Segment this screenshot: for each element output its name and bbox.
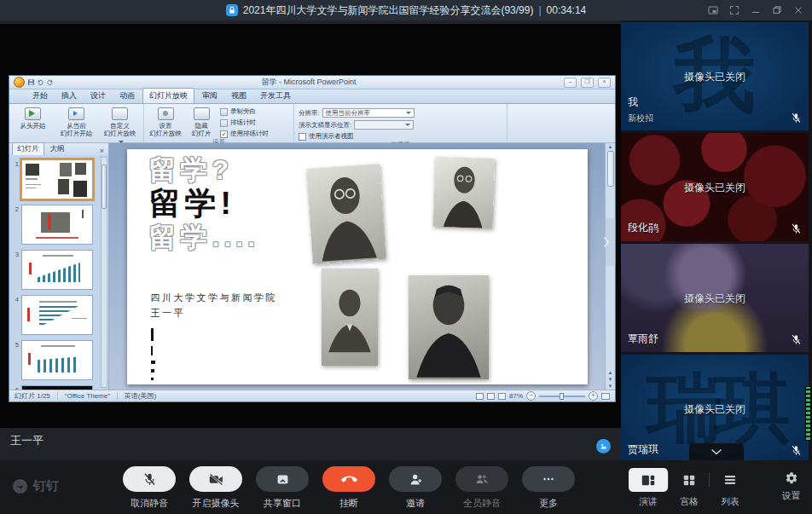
thumbnails-scrollbar[interactable] <box>101 157 107 388</box>
slides-panel: 幻灯片 大纲 × 1 <box>9 143 109 390</box>
tab-animation[interactable]: 动画 <box>113 89 141 103</box>
presenter-name-label: 王一平 <box>10 433 44 448</box>
ppt-ribbon-tabs: 开始 插入 设计 动画 幻灯片放映 审阅 视图 开发工具 <box>9 90 615 103</box>
custom-show-icon <box>112 107 128 120</box>
panel-close-button[interactable]: × <box>100 147 106 155</box>
ppt-restore-button[interactable]: ❐ <box>581 78 594 88</box>
redo-icon <box>46 78 54 86</box>
office-orb-button[interactable] <box>14 77 25 88</box>
portrait-photo-2 <box>432 157 495 228</box>
checkbox-checked-icon <box>220 130 228 138</box>
slide-title-line1: 留学? <box>149 154 260 186</box>
resolution-dropdown[interactable]: 使用当前分辨率 <box>322 108 415 118</box>
rehearse-timings-button[interactable]: 排练计时 <box>220 118 269 127</box>
custom-slideshow-button[interactable]: 自定义 幻灯片放映 <box>101 107 139 145</box>
maximize-restore-button[interactable] <box>772 5 782 15</box>
mic-muted-icon <box>791 113 802 124</box>
tab-review[interactable]: 审阅 <box>196 89 223 103</box>
stage-corner-badge[interactable] <box>596 439 611 453</box>
zoom-in-button[interactable]: + <box>589 391 598 401</box>
view-speaker[interactable]: 演讲 <box>628 468 669 508</box>
view-grid[interactable]: 宫格 <box>669 468 710 508</box>
ppt-minimize-button[interactable]: – <box>564 78 577 88</box>
camera-on-button[interactable]: 开启摄像头 <box>183 466 249 510</box>
title-separator: | <box>538 4 541 16</box>
tab-developer[interactable]: 开发工具 <box>254 89 297 103</box>
presenter-view-checkbox[interactable]: 使用演示者视图 <box>299 132 415 141</box>
tab-design[interactable]: 设计 <box>84 89 112 103</box>
quick-access-toolbar[interactable] <box>27 78 54 86</box>
zoom-out-button[interactable]: − <box>526 391 536 401</box>
next-slide-icon: ▼ <box>608 376 613 383</box>
tab-slideshow[interactable]: 幻灯片放映 <box>142 88 194 103</box>
panel-tab-slides[interactable]: 幻灯片 <box>12 142 44 155</box>
slide-sorter-view-icon[interactable] <box>487 393 495 400</box>
mic-muted-icon <box>142 472 157 487</box>
zoom-slider[interactable] <box>539 396 585 397</box>
ppt-vertical-scrollbar[interactable]: ▲ ▲ ▼ ▼ <box>605 143 615 390</box>
hang-up-icon <box>341 471 357 488</box>
screen-share-area: 留学 - Microsoft PowerPoint – ❐ × 开始 插入 设计… <box>0 24 621 428</box>
ppt-ribbon: 从头开始 从当前幻灯片开始 自定义 幻灯片放映 <box>9 103 615 143</box>
mic-muted-icon <box>791 223 802 234</box>
fit-to-window-icon[interactable] <box>601 393 610 400</box>
slideshow-view-icon[interactable] <box>498 393 506 400</box>
mute-all-button[interactable]: 全员静音 <box>449 466 515 510</box>
share-window-button[interactable]: 共享窗口 <box>249 466 316 510</box>
start-from-beginning-button[interactable]: 从头开始 <box>14 107 52 130</box>
show-on-dropdown[interactable] <box>354 120 414 130</box>
tab-view[interactable]: 视图 <box>225 89 252 103</box>
view-list[interactable]: 列表 <box>710 468 751 508</box>
fullscreen-button[interactable] <box>729 5 740 15</box>
scroll-up-icon: ▲ <box>608 143 613 150</box>
ppt-close-button[interactable]: × <box>598 78 611 88</box>
resolution-label: 分辨率: <box>299 109 320 118</box>
start-from-current-button[interactable]: 从当前幻灯片开始 <box>57 107 96 137</box>
participant-tile-self[interactable]: 我 摄像头已关闭 我 新校招 <box>621 22 809 130</box>
scrollbar-thumb <box>607 151 614 187</box>
powerpoint-window: 留学 - Microsoft PowerPoint – ❐ × 开始 插入 设计… <box>9 75 616 402</box>
mini-window-button[interactable] <box>708 5 718 15</box>
participant-tile-2[interactable]: 摄像头已关闭 段化鹃 <box>621 133 809 241</box>
undo-icon <box>37 78 44 86</box>
use-timings-checkbox[interactable]: 使用排练计时 <box>220 130 269 138</box>
list-view-icon <box>723 474 737 486</box>
mic-muted-icon <box>791 334 802 345</box>
settings-button[interactable]: 设置 <box>782 471 800 502</box>
camera-off-status: 摄像头已关闭 <box>621 180 809 194</box>
hang-up-button[interactable]: 挂断 <box>316 466 382 510</box>
sidebar-expand-toggle[interactable] <box>597 218 616 266</box>
slide-thumbnail-1[interactable]: 1 <box>11 159 100 199</box>
play-current-icon <box>68 107 84 120</box>
slide-thumbnail-2[interactable]: 2 <box>11 205 100 245</box>
slide-thumbnail-4[interactable]: 4 <box>11 295 100 335</box>
hide-slide-button[interactable]: 隐藏幻灯片 <box>188 107 215 137</box>
tab-home[interactable]: 开始 <box>26 89 54 103</box>
play-screen-icon <box>25 107 41 120</box>
ppt-window-title: 留学 - Microsoft PowerPoint <box>56 77 561 88</box>
unmute-button[interactable]: 取消静音 <box>116 466 183 510</box>
invite-person-icon <box>409 472 423 487</box>
record-narration-button[interactable]: 录制旁白 <box>220 107 269 116</box>
panel-tab-outline[interactable]: 大纲 <box>46 143 69 155</box>
close-button[interactable] <box>793 5 803 15</box>
invite-button[interactable]: 邀请 <box>382 466 449 510</box>
participant-tile-3[interactable]: 摄像头已关闭 覃雨舒 <box>621 244 809 352</box>
participants-sidebar: 我 摄像头已关闭 我 新校招 摄像头已关闭 段化鹃 摄像头已关闭 覃雨舒 瑞琪 … <box>621 20 812 460</box>
normal-view-icon[interactable] <box>476 393 484 400</box>
slide-thumbnail-3[interactable]: 3 <box>11 250 100 290</box>
minimize-button[interactable] <box>751 5 761 15</box>
tab-insert[interactable]: 插入 <box>55 89 83 103</box>
more-button[interactable]: 更多 <box>515 466 582 510</box>
mic-muted-icon <box>791 445 802 456</box>
camera-off-icon <box>208 472 224 487</box>
camera-off-status: 摄像头已关闭 <box>621 401 809 416</box>
meeting-title: 2021年四川大学文学与新闻学院出国留学经验分享交流会(93/99) <box>243 3 534 18</box>
timer-icon <box>220 119 228 127</box>
sidebar-collapse-button[interactable] <box>689 443 744 460</box>
slide-thumbnail-5[interactable]: 5 <box>11 340 100 380</box>
show-on-label: 演示文稿显示位置: <box>299 121 351 130</box>
dingtalk-logo-icon <box>12 478 28 494</box>
setup-slideshow-button[interactable]: 设置幻灯片放映 <box>148 107 183 137</box>
current-slide: 留学? 留学! 留学.... 四川大学文学与新闻学院 王一平 <box>127 149 588 384</box>
